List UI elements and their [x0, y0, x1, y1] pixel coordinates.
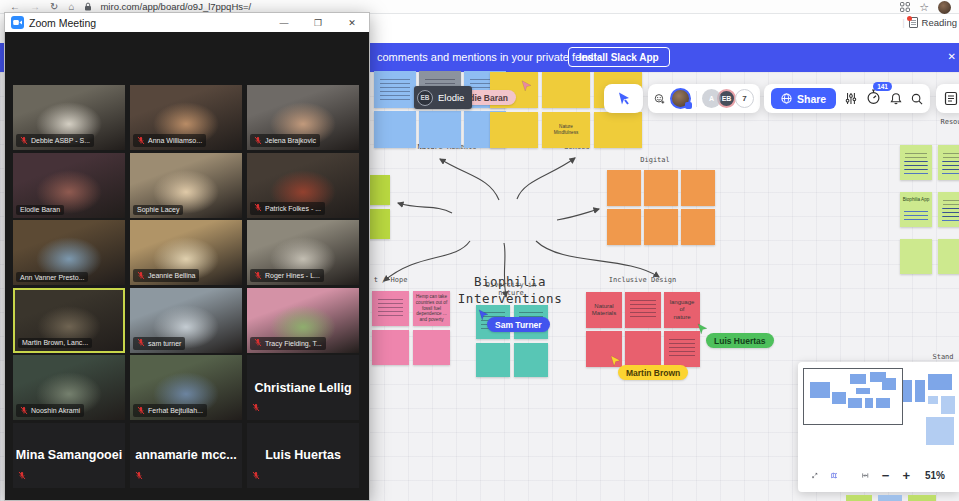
close-button[interactable]: ✕ — [335, 13, 369, 32]
sticky-note[interactable] — [490, 112, 538, 148]
participant-tile[interactable]: Jelena Brajkovic — [247, 85, 359, 150]
reaction-emoji-icon[interactable] — [654, 91, 665, 107]
collapse-icon[interactable] — [812, 469, 818, 482]
reading-list-icon — [909, 17, 918, 28]
sticky-note[interactable] — [681, 170, 715, 206]
participant-tile[interactable]: Ann Vanner Presto... — [13, 220, 125, 285]
share-button[interactable]: Share — [771, 88, 836, 109]
board-edge-note — [846, 495, 872, 501]
participant-tile[interactable]: Martin Brown, Lanc... — [13, 288, 125, 353]
fit-width-icon[interactable] — [862, 469, 868, 482]
participant-name-label: Ann Vanner Presto... — [16, 272, 88, 282]
participant-tile[interactable]: Elodie Baran — [13, 153, 125, 218]
zoom-titlebar[interactable]: Zoom Meeting — ❐ ✕ — [5, 13, 369, 32]
sticky-note[interactable] — [413, 330, 450, 365]
minimap-viewport[interactable] — [803, 368, 903, 425]
sticky-note[interactable] — [419, 111, 461, 148]
resources-notes-col2 — [938, 145, 959, 274]
participant-tile[interactable]: Mina Samangooei — [13, 423, 125, 488]
notifications-bell-icon[interactable] — [890, 91, 902, 106]
refresh-icon[interactable]: ↻ — [50, 1, 58, 12]
browser-profile-avatar[interactable] — [938, 1, 951, 14]
bookmark-star-icon[interactable]: ☆ — [919, 1, 929, 14]
participant-tile[interactable]: Luis Huertas — [247, 423, 359, 488]
filters-sliders-icon[interactable] — [845, 91, 857, 106]
sticky-note[interactable]: Hemp can take countries out of fossil fu… — [413, 291, 450, 326]
frames-panel-card[interactable] — [936, 84, 959, 113]
sticky-note[interactable] — [938, 192, 959, 227]
sticky-note[interactable] — [368, 175, 390, 205]
sticky-note[interactable] — [374, 71, 416, 108]
sticky-note[interactable] — [372, 291, 409, 326]
zoom-level[interactable]: 51% — [925, 470, 945, 481]
board-minimap[interactable]: − + 51% — [798, 362, 959, 492]
install-slack-app-button[interactable]: Install Slack App — [568, 47, 670, 67]
participant-tile[interactable]: Sophie Lacey — [130, 153, 242, 218]
sticky-note[interactable] — [644, 170, 678, 206]
participant-tile[interactable]: Nooshin Akrami — [13, 355, 125, 420]
reading-list-button[interactable]: | Reading — [902, 15, 957, 30]
sticky-note[interactable] — [625, 292, 661, 328]
participant-tile[interactable]: Ferhat Bejtullah... — [130, 355, 242, 420]
extension-grid-icon[interactable] — [900, 2, 910, 12]
muted-mic-icon — [137, 338, 145, 348]
participant-tile[interactable]: sam turner — [130, 288, 242, 353]
sticky-note[interactable] — [372, 330, 409, 365]
minimize-button[interactable]: — — [267, 13, 301, 32]
sticky-note[interactable] — [542, 72, 590, 108]
search-icon[interactable] — [911, 92, 923, 106]
home-icon[interactable]: ⌂ — [68, 1, 74, 12]
zoom-in-button[interactable]: + — [902, 469, 910, 482]
sticky-note[interactable] — [607, 209, 641, 245]
participant-name-label: Luis Huertas — [247, 448, 359, 462]
collaborator-avatar-a[interactable]: A — [702, 89, 721, 108]
sticky-note[interactable] — [938, 145, 959, 180]
muted-mic-icon — [252, 466, 260, 484]
padlock-icon — [84, 2, 92, 11]
sticky-note[interactable]: Nature Mindfulness — [542, 112, 590, 148]
sticky-note[interactable] — [368, 209, 390, 239]
sticky-note[interactable] — [374, 111, 416, 148]
back-icon[interactable]: ← — [10, 1, 20, 12]
participant-tile[interactable]: Christiane Lellig — [247, 355, 359, 420]
sticky-note[interactable] — [514, 343, 548, 377]
board-section-label: Digital — [630, 156, 680, 164]
participant-tile[interactable]: annamarie mcc... — [130, 423, 242, 488]
current-user-avatar[interactable] — [670, 88, 691, 109]
sticky-note[interactable] — [900, 239, 932, 274]
sticky-note[interactable] — [594, 112, 642, 148]
participant-tile[interactable]: Patrick Folkes - ... — [247, 153, 359, 218]
participant-tile[interactable]: Tracy Fielding, T... — [247, 288, 359, 353]
sticky-note[interactable] — [586, 331, 622, 367]
sticky-note[interactable] — [644, 209, 678, 245]
participant-tile[interactable]: Debbie ASBP - S... — [13, 85, 125, 150]
board-edge-note — [878, 495, 902, 501]
sticky-note[interactable] — [938, 239, 959, 274]
collaborator-tag-avatar: EB — [417, 90, 433, 106]
participant-tile[interactable]: Roger Hines - L... — [247, 220, 359, 285]
cursor-tool-card[interactable] — [604, 84, 643, 113]
collaborators-count[interactable]: 7 — [735, 89, 754, 108]
participant-tile[interactable]: Anna Williamso... — [130, 85, 242, 150]
sticky-note[interactable] — [476, 343, 510, 377]
sticky-note[interactable] — [625, 331, 661, 367]
sticky-note[interactable]: Natural Materials — [586, 292, 622, 328]
muted-mic-icon — [137, 136, 145, 146]
participant-tile[interactable]: Jeannie Bellina — [130, 220, 242, 285]
maximize-button[interactable]: ❐ — [301, 13, 335, 32]
url-text[interactable]: miro.com/app/board/o9J_l7ppqHs=/ — [100, 1, 251, 12]
timer-button[interactable]: 141 — [866, 89, 881, 109]
hope-notes: Hemp can take countries out of fossil fu… — [372, 291, 451, 365]
zoom-out-button[interactable]: − — [882, 469, 890, 482]
sticky-note[interactable]: Biophilia App — [900, 192, 932, 227]
sticky-note[interactable]: language of nature — [664, 292, 700, 328]
map-icon[interactable] — [831, 469, 838, 482]
sticky-note[interactable] — [664, 331, 700, 367]
collaborators-card: A EB 7 — [648, 84, 760, 113]
sticky-note[interactable] — [607, 170, 641, 206]
banner-close-icon[interactable]: ✕ — [948, 51, 956, 62]
sticky-note[interactable] — [900, 145, 932, 180]
timer-badge: 141 — [873, 82, 892, 91]
forward-icon[interactable]: → — [30, 1, 40, 12]
sticky-note[interactable] — [681, 209, 715, 245]
